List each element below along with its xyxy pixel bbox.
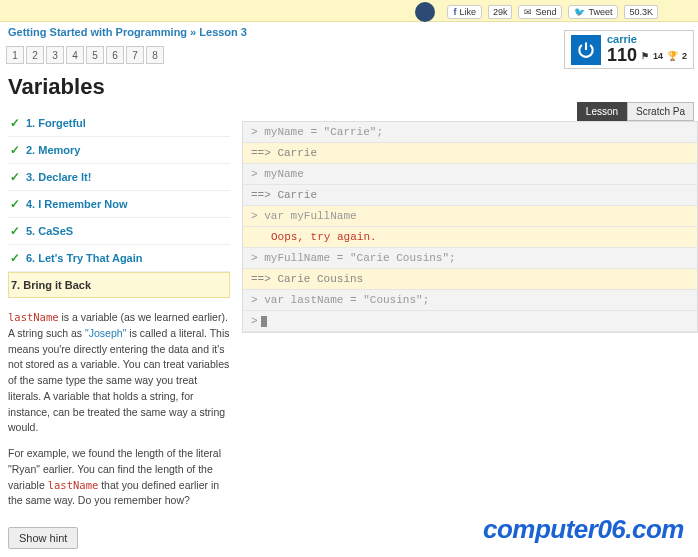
lesson-label: 2. Memory — [26, 144, 80, 156]
page-title: Variables — [8, 74, 230, 100]
editor-panel: carrie 110 ⚑14 🏆2 Lesson Scratch Pa > my… — [238, 68, 698, 333]
cursor-icon — [261, 316, 267, 327]
console-line: ==> Carie Cousins — [243, 269, 697, 290]
top-banner: f Like 29k ✉ Send 🐦 Tweet 50.3K — [0, 0, 698, 22]
avatar — [571, 35, 601, 65]
lesson-item[interactable]: ✓6. Let's Try That Again — [8, 245, 230, 272]
lesson-item[interactable]: ✓5. CaSeS — [8, 218, 230, 245]
fb-like-count: 29k — [488, 5, 513, 19]
console-line: > var myFullName — [243, 206, 697, 227]
console-line: > — [243, 311, 697, 332]
fb-like-button[interactable]: f Like — [447, 5, 482, 19]
tab-scratch-pad[interactable]: Scratch Pa — [627, 102, 694, 121]
fb-icon: f — [453, 7, 456, 17]
checkmark-icon: ✓ — [10, 116, 20, 130]
twitter-icon: 🐦 — [574, 7, 585, 17]
checkmark-icon: ✓ — [10, 143, 20, 157]
user-badge[interactable]: carrie 110 ⚑14 🏆2 — [564, 30, 694, 69]
checkmark-icon: ✓ — [10, 197, 20, 211]
tweet-label: Tweet — [588, 7, 612, 17]
badge-icon — [415, 2, 435, 22]
stat-2: 2 — [682, 51, 687, 61]
page-number[interactable]: 7 — [126, 46, 144, 64]
page-number[interactable]: 5 — [86, 46, 104, 64]
fb-send-label: Send — [535, 7, 556, 17]
lesson-label: 1. Forgetful — [26, 117, 86, 129]
show-hint-button[interactable]: Show hint — [8, 527, 78, 549]
editor-tabs: Lesson Scratch Pa — [242, 102, 694, 121]
username: carrie — [607, 33, 687, 45]
lesson-sidebar: Variables ✓1. Forgetful✓2. Memory✓3. Dec… — [0, 68, 238, 557]
social-row: f Like 29k ✉ Send 🐦 Tweet 50.3K — [415, 2, 658, 22]
page-number[interactable]: 2 — [26, 46, 44, 64]
checkmark-icon: ✓ — [10, 170, 20, 184]
page-number[interactable]: 4 — [66, 46, 84, 64]
code-keyword: lastName — [8, 311, 59, 323]
code-keyword: lastName — [48, 479, 99, 491]
lesson-description: lastName is a variable (as we learned ea… — [8, 310, 230, 509]
console-line: ==> Carrie — [243, 143, 697, 164]
stat-1: 14 — [653, 51, 663, 61]
watermark: computer06.com — [483, 514, 684, 545]
lesson-item[interactable]: ✓2. Memory — [8, 137, 230, 164]
code-literal: "Joseph" — [85, 327, 126, 339]
send-icon: ✉ — [524, 7, 532, 17]
lesson-item[interactable]: ✓4. I Remember Now — [8, 191, 230, 218]
power-icon — [576, 40, 596, 60]
console-line: > var lastName = "Cousins"; — [243, 290, 697, 311]
lesson-label: 7. Bring it Back — [11, 279, 91, 291]
fb-send-button[interactable]: ✉ Send — [518, 5, 562, 19]
tweet-button[interactable]: 🐦 Tweet — [568, 5, 618, 19]
lesson-list: ✓1. Forgetful✓2. Memory✓3. Declare It!✓4… — [8, 110, 230, 298]
page-number[interactable]: 1 — [6, 46, 24, 64]
lesson-label: 6. Let's Try That Again — [26, 252, 143, 264]
tweet-count: 50.3K — [624, 5, 658, 19]
page-number[interactable]: 8 — [146, 46, 164, 64]
lesson-item[interactable]: ✓1. Forgetful — [8, 110, 230, 137]
lesson-item[interactable]: 7. Bring it Back — [8, 272, 230, 298]
lesson-label: 4. I Remember Now — [26, 198, 127, 210]
fb-like-label: Like — [459, 7, 476, 17]
tab-lesson[interactable]: Lesson — [577, 102, 627, 121]
page-number[interactable]: 3 — [46, 46, 64, 64]
lesson-label: 3. Declare It! — [26, 171, 91, 183]
console-line: > myName — [243, 164, 697, 185]
console-line: > myName = "Carrie"; — [243, 122, 697, 143]
lesson-label: 5. CaSeS — [26, 225, 73, 237]
flag-icon: ⚑ — [641, 51, 649, 61]
console-line: ==> Carrie — [243, 185, 697, 206]
console-line: > myFullName = "Carie Cousins"; — [243, 248, 697, 269]
lesson-item[interactable]: ✓3. Declare It! — [8, 164, 230, 191]
console-line: Oops, try again. — [243, 227, 697, 248]
checkmark-icon: ✓ — [10, 224, 20, 238]
trophy-icon: 🏆 — [667, 51, 678, 61]
checkmark-icon: ✓ — [10, 251, 20, 265]
code-console[interactable]: > myName = "Carrie";==> Carrie> myName==… — [242, 121, 698, 333]
page-number[interactable]: 6 — [106, 46, 124, 64]
user-score: 110 — [607, 45, 637, 66]
